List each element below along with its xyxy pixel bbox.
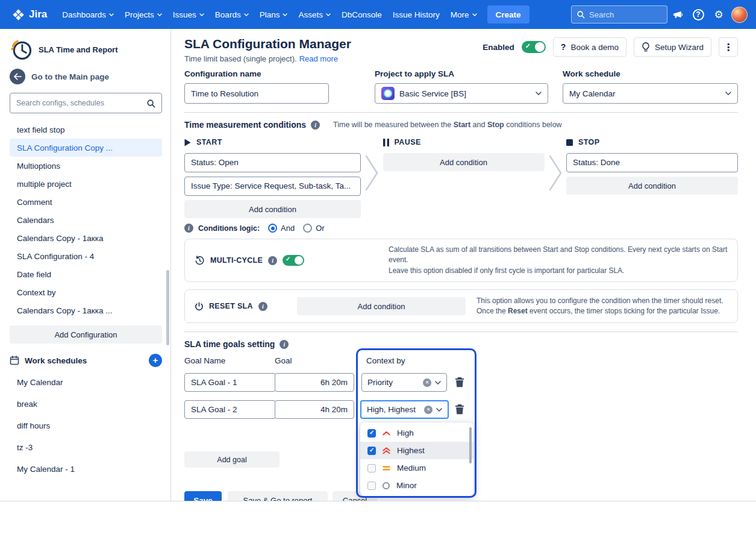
checkbox-checked[interactable] <box>367 429 376 438</box>
info-icon[interactable] <box>280 340 289 349</box>
sidebar-search[interactable] <box>10 93 162 113</box>
pause-add-condition-button[interactable]: Add condition <box>383 153 545 171</box>
radio-or[interactable] <box>303 224 312 233</box>
logic-or-option[interactable]: Or <box>303 224 324 233</box>
schedule-select[interactable]: My Calendar <box>563 83 738 104</box>
setup-wizard-button[interactable]: Setup Wizard <box>634 37 711 57</box>
nav-item-plans[interactable]: Plans <box>254 5 293 24</box>
stop-add-condition-button[interactable]: Add condition <box>566 177 738 195</box>
priority-option-minor[interactable]: Minor <box>360 477 473 494</box>
multi-cycle-toggle[interactable] <box>283 255 304 266</box>
reset-add-condition-button[interactable]: Add condition <box>297 297 466 315</box>
goal-name-input[interactable] <box>184 373 276 392</box>
config-item[interactable]: Calendars Copy - 1акка <box>10 229 162 247</box>
stop-condition-chip[interactable]: Status: Done <box>566 153 738 172</box>
config-item[interactable]: Calendars <box>10 211 162 229</box>
config-item[interactable]: Multioptions <box>10 157 162 175</box>
goal-value-input[interactable] <box>275 400 354 419</box>
nav-item-more[interactable]: More <box>445 5 483 24</box>
help-button[interactable] <box>688 4 708 25</box>
global-search-input[interactable] <box>589 10 662 19</box>
nav-item-issue-history[interactable]: Issue History <box>387 5 445 24</box>
clear-icon[interactable] <box>423 378 431 387</box>
save-button[interactable]: Save <box>184 491 222 501</box>
nav-item-assets[interactable]: Assets <box>293 5 336 24</box>
checkbox-checked[interactable] <box>367 447 376 455</box>
config-item[interactable]: SLA Configuration - 4 <box>10 247 162 265</box>
flow-chevron-icon <box>364 154 380 192</box>
context-field-select[interactable]: Priority <box>361 373 447 392</box>
user-avatar[interactable] <box>731 7 748 23</box>
config-item[interactable]: text field stop <box>10 121 162 139</box>
priority-option-label: Highest <box>397 446 425 455</box>
clear-icon[interactable] <box>424 406 433 414</box>
add-goal-button[interactable]: Add goal <box>184 451 280 468</box>
dropdown-scrollbar[interactable] <box>469 427 472 463</box>
goal-name-input[interactable] <box>184 400 276 419</box>
book-demo-button[interactable]: Book a demo <box>553 37 626 57</box>
nav-item-issues[interactable]: Issues <box>167 5 210 24</box>
add-schedule-button[interactable] <box>149 354 162 367</box>
schedule-item[interactable]: My Calendar - 1 <box>10 458 162 480</box>
config-item[interactable]: Calendars Copy - 1акка ... <box>10 301 162 319</box>
config-item[interactable]: Context by <box>10 283 162 301</box>
context-values-select[interactable]: High, Highest <box>360 400 449 419</box>
nav-item-dashboards[interactable]: Dashboards <box>57 5 119 24</box>
schedule-item[interactable]: tz -3 <box>10 436 162 458</box>
radio-and[interactable] <box>268 224 277 233</box>
back-to-main-link[interactable]: Go to the Main page <box>10 69 162 84</box>
more-options-button[interactable] <box>719 37 738 57</box>
global-search[interactable] <box>571 5 667 24</box>
announcements-button[interactable] <box>667 4 688 25</box>
start-condition-chip[interactable]: Issue Type: Service Request, Sub-task, T… <box>184 177 361 196</box>
config-item[interactable]: multiple project <box>10 175 162 193</box>
info-icon[interactable] <box>184 224 193 233</box>
start-add-condition-button[interactable]: Add condition <box>184 200 361 218</box>
sidebar-scrollbar[interactable] <box>166 270 169 345</box>
chevron-down-icon <box>435 381 441 384</box>
config-item[interactable]: Comment <box>10 193 162 211</box>
project-label: Project to apply SLA <box>375 69 548 78</box>
add-configuration-button[interactable]: Add Configuration <box>10 325 162 344</box>
config-list: text field stop SLA Configuration Copy .… <box>10 121 162 319</box>
priority-option-medium[interactable]: Medium <box>360 459 473 477</box>
jira-logo[interactable]: Jira <box>12 8 47 21</box>
sidebar-search-input[interactable] <box>16 99 146 107</box>
read-more-link[interactable]: Read more <box>299 54 338 63</box>
logic-and-option[interactable]: And <box>268 224 295 233</box>
project-select[interactable]: Basic Service [BS] <box>375 83 548 104</box>
schedule-item[interactable]: diff hours <box>10 415 162 436</box>
main-panel: SLA Configuration Manager Time limit bas… <box>171 29 756 501</box>
info-icon[interactable] <box>258 302 267 311</box>
chevron-down-icon <box>157 13 162 16</box>
enabled-label: Enabled <box>483 43 514 52</box>
enabled-toggle[interactable] <box>522 41 546 53</box>
sidebar: SLA Time and Report Go to the Main page … <box>0 29 171 501</box>
info-icon[interactable] <box>268 256 277 265</box>
checkbox-unchecked[interactable] <box>367 464 376 472</box>
save-and-report-button[interactable]: Save & Go to report <box>228 491 328 501</box>
settings-button[interactable] <box>708 4 729 25</box>
checkbox-unchecked[interactable] <box>367 482 376 490</box>
create-button[interactable]: Create <box>487 5 530 24</box>
nav-item-projects[interactable]: Projects <box>119 5 167 24</box>
nav-item-boards[interactable]: Boards <box>210 5 254 24</box>
config-name-input[interactable] <box>184 83 329 104</box>
nav-item-label: Assets <box>298 10 323 19</box>
priority-option-high[interactable]: High <box>360 424 473 442</box>
info-icon[interactable] <box>311 121 320 130</box>
config-item[interactable]: Date field <box>10 265 162 283</box>
nav-item-dbconsole[interactable]: DbConsole <box>336 5 387 24</box>
stop-header: STOP <box>566 137 738 148</box>
goal-value-input[interactable] <box>275 373 354 392</box>
delete-goal-button[interactable] <box>452 374 467 390</box>
start-condition-chip[interactable]: Status: Open <box>184 153 361 172</box>
conditions-logic-row: Conditions logic: And Or <box>184 224 738 233</box>
schedule-item[interactable]: break <box>10 393 162 415</box>
content-area: SLA Time and Report Go to the Main page … <box>0 29 756 501</box>
schedule-item[interactable]: My Calendar <box>10 371 162 393</box>
config-item-selected[interactable]: SLA Configuration Copy ... <box>10 139 162 157</box>
schedule-value: My Calendar <box>569 89 616 98</box>
priority-option-highest[interactable]: Highest <box>360 442 473 459</box>
delete-goal-button[interactable] <box>452 401 467 417</box>
